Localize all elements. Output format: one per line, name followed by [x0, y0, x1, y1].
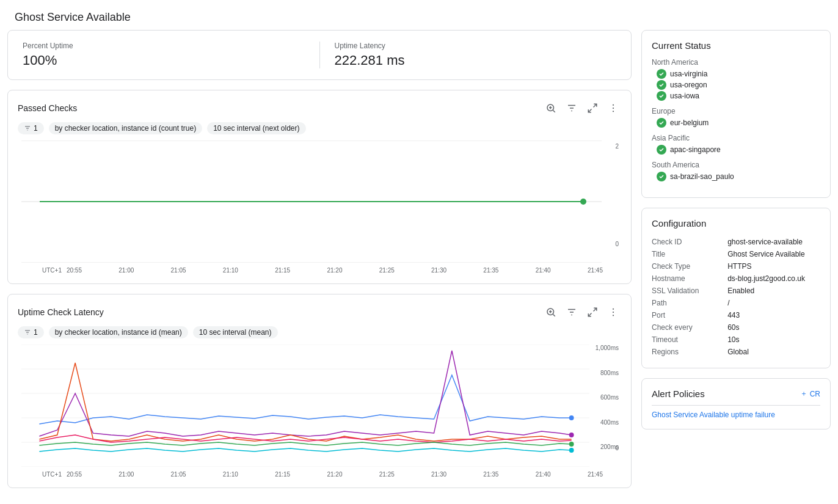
alert-policies-header: Alert Policies ＋ CR	[652, 389, 820, 399]
uptime-latency-item: Uptime Latency 222.281 ms	[335, 42, 617, 68]
status-dot-usa-iowa	[657, 91, 666, 101]
latency-expand-btn[interactable]	[585, 304, 600, 320]
passed-checks-chart-area: 2 0	[18, 141, 621, 265]
svg-point-29	[613, 309, 614, 310]
status-dot-usa-virginia	[657, 69, 666, 79]
latency-filters: 1 by checker location, instance id (mean…	[18, 326, 621, 338]
alert-add-button[interactable]: ＋ CR	[800, 389, 820, 399]
alert-policies-title: Alert Policies	[652, 389, 705, 399]
latency-y-600: 600ms	[600, 394, 619, 401]
config-key-check-type: Check Type	[652, 260, 727, 272]
svg-point-41	[569, 415, 574, 420]
main-layout: Percent Uptime 100% Uptime Latency 222.2…	[0, 30, 838, 498]
status-item-apac-singapore: apac-singapore	[657, 145, 820, 155]
passed-checks-ticks: 20:55 21:00 21:05 21:10 21:15 21:20 21:2…	[67, 267, 603, 274]
status-item-usa-virginia: usa-virginia	[657, 69, 820, 79]
config-key-timeout: Timeout	[652, 334, 727, 346]
latency-utc: UTC+1	[42, 471, 62, 478]
config-row-check-type: Check Type HTTPS	[652, 260, 820, 272]
svg-point-44	[569, 442, 574, 447]
europe-label: Europe	[652, 107, 820, 115]
latency-title: Uptime Check Latency	[18, 307, 104, 317]
svg-point-43	[569, 448, 574, 453]
svg-line-1	[553, 110, 555, 112]
status-dot-eur-belgium	[657, 118, 666, 128]
latency-filter-1[interactable]: 1	[18, 326, 44, 338]
status-dot-apac-singapore	[657, 145, 666, 155]
svg-line-21	[553, 314, 555, 316]
svg-point-11	[613, 111, 614, 112]
config-row-title: Title Ghost Service Available	[652, 248, 820, 260]
north-america-items: usa-virginia usa-oregon usa-iowa	[652, 69, 820, 101]
config-table: Check ID ghost-service-available Title G…	[652, 236, 820, 358]
config-val-regions: Global	[727, 346, 820, 358]
svg-line-7	[594, 104, 597, 107]
status-item-eur-belgium: eur-belgium	[657, 118, 820, 128]
alert-item-ghost-failure[interactable]: Ghost Service Available uptime failure	[652, 411, 820, 419]
page-title: Ghost Service Available	[0, 0, 838, 30]
latency-card: Uptime Check Latency	[7, 294, 632, 488]
config-val-ssl: Enabled	[727, 285, 820, 297]
latency-filter-3[interactable]: 10 sec interval (mean)	[193, 326, 278, 338]
latency-filter-2[interactable]: by checker location, instance id (mean)	[49, 326, 188, 338]
plus-icon: ＋	[800, 389, 807, 399]
latency-chart-area: 1,000ms 800ms 600ms 400ms 200ms 0	[18, 345, 621, 469]
config-row-timeout: Timeout 10s	[652, 334, 820, 346]
latency-header: Uptime Check Latency	[18, 304, 621, 320]
status-dot-usa-oregon	[657, 80, 666, 90]
config-key-hostname: Hostname	[652, 272, 727, 285]
passed-checks-zoom-btn[interactable]	[543, 100, 559, 116]
latency-y-1000: 1,000ms	[596, 345, 619, 351]
configuration-title: Configuration	[652, 218, 820, 228]
passed-checks-actions	[543, 100, 621, 116]
status-dot-sa-brazil	[657, 172, 666, 181]
passed-checks-more-btn[interactable]	[605, 100, 621, 116]
passed-checks-filter-2[interactable]: by checker location, instance id (count …	[49, 122, 202, 134]
status-region-north-america: North America usa-virginia usa-oregon	[652, 58, 820, 101]
svg-line-28	[588, 313, 591, 316]
config-row-check-id: Check ID ghost-service-available	[652, 236, 820, 248]
latency-filter-btn[interactable]	[564, 304, 580, 320]
status-item-usa-oregon: usa-oregon	[657, 80, 820, 90]
latency-zoom-btn[interactable]	[543, 304, 559, 320]
percent-uptime-value: 100%	[23, 53, 305, 68]
passed-checks-svg	[21, 141, 602, 263]
config-val-check-every: 60s	[727, 321, 820, 334]
config-row-ssl: SSL Validation Enabled	[652, 285, 820, 297]
south-america-items: sa-brazil-sao_paulo	[652, 172, 820, 181]
europe-items: eur-belgium	[652, 118, 820, 128]
asia-pacific-label: Asia Pacific	[652, 134, 820, 142]
current-status-card: Current Status North America usa-virgini…	[641, 30, 831, 198]
config-row-check-every: Check every 60s	[652, 321, 820, 334]
config-row-regions: Regions Global	[652, 346, 820, 358]
passed-checks-utc: UTC+1	[42, 267, 62, 274]
passed-checks-y-min: 0	[615, 241, 619, 247]
status-label-eur-belgium: eur-belgium	[670, 119, 709, 127]
status-item-usa-iowa: usa-iowa	[657, 91, 820, 101]
south-america-label: South America	[652, 161, 820, 169]
config-key-check-every: Check every	[652, 321, 727, 334]
config-key-check-id: Check ID	[652, 236, 727, 248]
passed-checks-title: Passed Checks	[18, 103, 77, 113]
config-val-hostname: ds-blog.just2good.co.uk	[727, 272, 820, 285]
percent-uptime-label: Percent Uptime	[23, 42, 305, 50]
passed-checks-filter-3[interactable]: 10 sec interval (next older)	[207, 122, 305, 134]
config-key-ssl: SSL Validation	[652, 285, 727, 297]
status-label-usa-iowa: usa-iowa	[670, 92, 699, 100]
config-key-path: Path	[652, 297, 727, 309]
passed-checks-header: Passed Checks	[18, 100, 621, 116]
passed-checks-expand-btn[interactable]	[585, 100, 600, 116]
passed-checks-filter-btn[interactable]	[564, 100, 580, 116]
config-row-hostname: Hostname ds-blog.just2good.co.uk	[652, 272, 820, 285]
latency-svg	[21, 345, 589, 467]
latency-y-400: 400ms	[600, 419, 619, 426]
latency-more-btn[interactable]	[605, 304, 621, 320]
passed-checks-filter-1[interactable]: 1	[18, 122, 44, 134]
status-region-asia-pacific: Asia Pacific apac-singapore	[652, 134, 820, 155]
page-title-area: Ghost Service Available	[0, 0, 838, 30]
config-key-regions: Regions	[652, 346, 727, 358]
passed-checks-x-axis: UTC+1 20:55 21:00 21:05 21:10 21:15 21:2…	[18, 267, 621, 274]
configuration-card: Configuration Check ID ghost-service-ava…	[641, 208, 831, 368]
metric-divider	[319, 42, 320, 68]
config-key-port: Port	[652, 309, 727, 321]
